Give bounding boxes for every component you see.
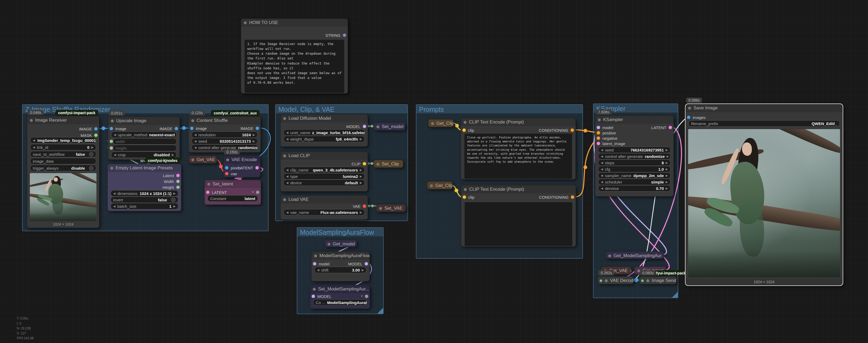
collapse-toggle-icon[interactable] [379, 207, 382, 210]
input-slot-images[interactable]: images [685, 115, 843, 120]
output-slot-image[interactable]: IMAGE [189, 125, 260, 131]
collapse-toggle-icon[interactable] [283, 117, 286, 120]
node-title-bar[interactable]: Set_ModelSamplingAur... [310, 285, 370, 293]
widget-upscale-method[interactable]: ◀upscale_methodnearest-exact▶ [111, 132, 177, 138]
output-slot-model[interactable]: MODEL [281, 124, 368, 129]
get-model[interactable]: Get_model [324, 240, 357, 247]
node-title-bar[interactable]: CLIP Text Encode (Prompt) [461, 118, 576, 126]
output-slot-string[interactable]: STRING [241, 32, 348, 38]
output-dot-conditioning[interactable] [571, 195, 575, 199]
collapse-toggle-icon[interactable] [283, 198, 286, 201]
collapse-toggle-icon[interactable] [608, 254, 611, 257]
node-title-bar[interactable]: Set_model [374, 123, 405, 131]
vae-decode[interactable]: 0.262sVAE Decode [597, 276, 634, 284]
image-receiver[interactable]: 0.048scomfyui-impact-packImage ReceiverI… [27, 116, 99, 228]
collapse-toggle-icon[interactable] [226, 159, 229, 161]
widget-seed[interactable]: ◀seed83205141013173▶ [191, 138, 258, 144]
combo-left-arrow[interactable]: ◀ [194, 133, 196, 137]
text-area[interactable]: Close-up portrait. Fashion photography. … [464, 134, 572, 179]
toggle-knob-icon[interactable] [89, 152, 94, 156]
combo-right-arrow[interactable]: ▶ [360, 137, 362, 141]
combo-left-arrow[interactable]: ◀ [194, 140, 196, 143]
output-dot-latent[interactable] [255, 166, 259, 170]
collapse-toggle-icon[interactable] [646, 279, 649, 282]
output-dot-image[interactable] [94, 127, 98, 131]
collapse-toggle-icon[interactable] [110, 167, 113, 170]
combo-left-arrow[interactable]: ◀ [601, 180, 603, 184]
toggle-knob-icon[interactable] [171, 198, 176, 202]
output-dot-latent[interactable] [176, 174, 180, 177]
input-dot-latent-image[interactable] [596, 142, 600, 145]
output-slot-vae[interactable]: VAE [281, 203, 368, 209]
toggle-knob-icon[interactable] [89, 166, 94, 170]
node-title-bar[interactable]: Get_Clip [428, 119, 454, 127]
widget-vae-name[interactable]: ◀vae_nameFlux-ae.safetensors▶ [283, 209, 365, 216]
node-title-bar[interactable]: Get_Clip [427, 182, 453, 190]
image-sender[interactable]: 0.060scomfyui-impact-packImage Sender [639, 276, 677, 284]
text-area[interactable] [465, 202, 572, 246]
node-title-bar[interactable]: Get_ModelSamplingAur [606, 252, 664, 260]
combo-right-arrow[interactable]: ▶ [360, 211, 362, 214]
text-area[interactable]: 1. If the Image Receiver node is empty, … [245, 40, 344, 93]
output-dot-*[interactable] [256, 191, 259, 194]
ksampler[interactable]: 7.836sKSamplermodelLATENTpositivenegativ… [595, 115, 674, 197]
widget-weight-dtype[interactable]: ◀weight_dtypefp8_e4m3fn▶ [283, 136, 365, 142]
empty-latent-presets[interactable]: comfyui-kjnodesEmpty Latent Image Preset… [107, 164, 181, 211]
output-slot-*[interactable]: * [310, 294, 370, 299]
output-slot-latent[interactable]: Latent [107, 173, 181, 178]
combo-left-arrow[interactable]: ◀ [194, 146, 196, 149]
output-slot-conditioning[interactable]: CONDITIONING [461, 195, 576, 200]
widget-denoise[interactable]: ◀denoise0.70▶ [598, 185, 671, 192]
input-dot-height[interactable] [110, 146, 113, 150]
combo-right-arrow[interactable]: ▶ [360, 181, 362, 184]
widget-co-[interactable]: Co ...ModelSamplingAuraFlow [313, 299, 367, 306]
output-slot-image[interactable]: IMAGE [108, 126, 180, 131]
content-shuffle[interactable]: 0.120scomfyui_controlnet_auxContent Shuf… [188, 116, 261, 152]
widget-batch-size[interactable]: ◀batch_size1▶ [111, 203, 178, 209]
collapsed-input-dot[interactable] [599, 279, 602, 282]
widget-image-data[interactable]: image_data [30, 158, 96, 164]
widget-resolution[interactable]: ◀resolution1024▶ [191, 132, 258, 138]
input-slot-latent-image[interactable]: latent_image [595, 141, 674, 146]
node-title-bar[interactable]: Upscale Image [108, 117, 180, 125]
output-slot-height[interactable]: Height [107, 184, 181, 190]
node-title-bar[interactable]: Set_VAE [376, 204, 406, 212]
node-title-bar[interactable]: Image Sender [640, 277, 676, 285]
collapse-toggle-icon[interactable] [328, 243, 330, 246]
collapse-toggle-icon[interactable] [207, 183, 210, 185]
collapse-toggle-icon[interactable] [376, 125, 379, 128]
widget-cfg[interactable]: ◀cfg1.0▶ [598, 166, 671, 172]
output-dot-clip[interactable] [363, 162, 366, 166]
node-title-bar[interactable]: Image Receiver [27, 116, 99, 124]
node-title-bar[interactable]: Set_latent [205, 180, 261, 188]
combo-right-arrow[interactable]: ▶ [666, 148, 668, 152]
widget-seed[interactable]: ◀seed766243169273951▶ [598, 147, 671, 153]
combo-left-arrow[interactable]: ◀ [601, 155, 603, 158]
set-model[interactable]: Set_model [374, 122, 405, 131]
collapse-toggle-icon[interactable] [605, 279, 608, 282]
widget-device[interactable]: ◀devicedefault▶ [283, 179, 365, 186]
set-latent[interactable]: Set_latentLATENT*Constantlatent [204, 180, 261, 205]
combo-left-arrow[interactable]: ◀ [114, 153, 116, 156]
output-slot-*[interactable]: * [205, 190, 261, 195]
get-clip-2[interactable]: Get_Clip [427, 181, 453, 189]
combo-right-arrow[interactable]: ▶ [174, 205, 176, 208]
output-dot-conditioning[interactable] [570, 128, 574, 132]
upscale-image[interactable]: 0.051sUpscale ImageimageIMAGE◀upscale_me… [108, 117, 180, 160]
combo-right-arrow[interactable]: ▶ [172, 153, 174, 156]
note-how-to-use[interactable]: HOW TO USESTRING1. If the Image Receiver… [241, 19, 348, 94]
output-dot-mask[interactable] [94, 133, 98, 137]
combo-right-arrow[interactable]: ▶ [253, 133, 255, 137]
combo-left-arrow[interactable]: ◀ [317, 268, 319, 272]
widget-trigger-always[interactable]: trigger_alwaysdisable [30, 165, 96, 171]
input-slot-positive[interactable]: positive [595, 130, 674, 136]
input-dot-positive[interactable] [596, 131, 600, 135]
get-clip-1[interactable]: Get_Clip [428, 119, 454, 127]
output-dot-image[interactable] [255, 126, 259, 130]
node-title-bar[interactable]: Set_Clip [374, 160, 403, 168]
input-slot-vae[interactable]: vae [223, 171, 260, 176]
combo-left-arrow[interactable]: ◀ [286, 175, 288, 178]
widget-type[interactable]: ◀typelumina2▶ [283, 173, 365, 179]
load-diffusion-model[interactable]: Load Diffusion ModelMODEL◀unet_namez_ima… [280, 114, 368, 147]
widget-shift[interactable]: ◀shift3.00▶ [314, 267, 367, 273]
